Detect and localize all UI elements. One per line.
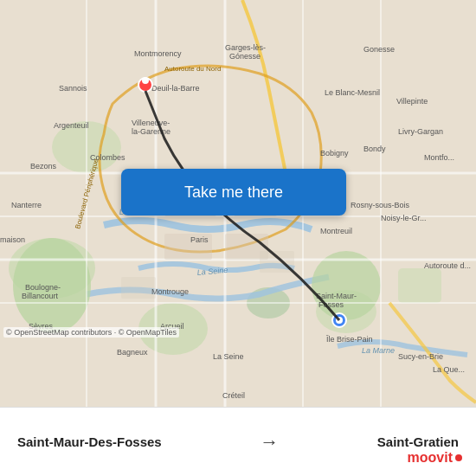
svg-text:Autoroute d...: Autoroute d... xyxy=(424,261,471,270)
svg-text:La Seine: La Seine xyxy=(213,352,244,361)
svg-text:Billancourt: Billancourt xyxy=(22,292,59,300)
svg-text:Sucy-en-Brie: Sucy-en-Brie xyxy=(398,352,443,361)
svg-text:la-Garenne: la-Garenne xyxy=(132,127,170,136)
svg-text:maison: maison xyxy=(0,235,25,244)
svg-text:Boulogne-: Boulogne- xyxy=(25,283,61,292)
route-arrow: → xyxy=(251,431,287,453)
svg-text:Gonesse: Gonesse xyxy=(363,45,395,54)
svg-text:Bagneux: Bagneux xyxy=(117,348,148,357)
svg-text:Villepinte: Villepinte xyxy=(396,97,428,106)
svg-text:Nanterre: Nanterre xyxy=(11,201,42,209)
svg-text:Bezons: Bezons xyxy=(30,162,57,170)
svg-point-71 xyxy=(142,77,149,84)
button-overlay: Take me there xyxy=(121,169,346,215)
svg-rect-23 xyxy=(260,251,294,273)
svg-text:Montfo...: Montfo... xyxy=(424,153,454,162)
svg-text:Sannois: Sannois xyxy=(59,84,87,93)
svg-text:Gónesse: Gónesse xyxy=(229,52,261,61)
moovit-logo-dot xyxy=(455,454,462,461)
origin-label: Saint-Maur-Des-Fosses xyxy=(17,434,162,449)
moovit-logo-text: moovit xyxy=(408,450,453,466)
svg-text:Garges-lès-: Garges-lès- xyxy=(225,43,266,52)
svg-text:Paris: Paris xyxy=(190,235,209,244)
app-container: Sannois Montmorency Garges-lès- Gónesse … xyxy=(0,0,476,476)
svg-text:Autoroute du Nord: Autoroute du Nord xyxy=(164,65,221,73)
svg-rect-22 xyxy=(121,277,156,299)
moovit-logo: moovit xyxy=(408,450,462,466)
bottom-bar: Saint-Maur-Des-Fosses → Saint-Gratien mo… xyxy=(0,407,476,476)
take-me-there-button[interactable]: Take me there xyxy=(121,169,346,215)
map-attribution: © OpenStreetMap contributors · © OpenMap… xyxy=(3,327,179,338)
svg-text:Livry-Gargan: Livry-Gargan xyxy=(398,127,443,136)
origin-location: Saint-Maur-Des-Fosses xyxy=(17,434,162,449)
svg-text:Deuil-la-Barre: Deuil-la-Barre xyxy=(151,84,200,93)
svg-text:Montmorency: Montmorency xyxy=(134,49,182,58)
svg-point-8 xyxy=(312,251,381,320)
svg-text:La Marne: La Marne xyxy=(362,346,395,355)
svg-text:La Que...: La Que... xyxy=(433,365,465,374)
svg-text:Bobigny: Bobigny xyxy=(320,149,349,158)
svg-text:Le Blanc-Mesnil: Le Blanc-Mesnil xyxy=(325,88,380,97)
svg-text:Argenteuil: Argenteuil xyxy=(54,121,89,130)
svg-text:Bondy: Bondy xyxy=(363,145,386,153)
svg-text:Noisy-le-Gr...: Noisy-le-Gr... xyxy=(381,214,427,222)
destination-label: Saint-Gratien xyxy=(377,434,459,449)
map-container: Sannois Montmorency Garges-lès- Gónesse … xyxy=(0,0,476,407)
svg-rect-4 xyxy=(398,268,441,303)
destination-location: Saint-Gratien xyxy=(377,434,459,449)
svg-text:Créteil: Créteil xyxy=(222,391,245,400)
svg-text:Villeneuve-: Villeneuve- xyxy=(132,119,170,127)
svg-text:Montreuil: Montreuil xyxy=(320,227,352,235)
svg-text:Île Brise-Pain: Île Brise-Pain xyxy=(325,335,373,344)
svg-text:Rosny-sous-Bois: Rosny-sous-Bois xyxy=(351,201,410,209)
svg-text:Montrouge: Montrouge xyxy=(151,287,189,296)
